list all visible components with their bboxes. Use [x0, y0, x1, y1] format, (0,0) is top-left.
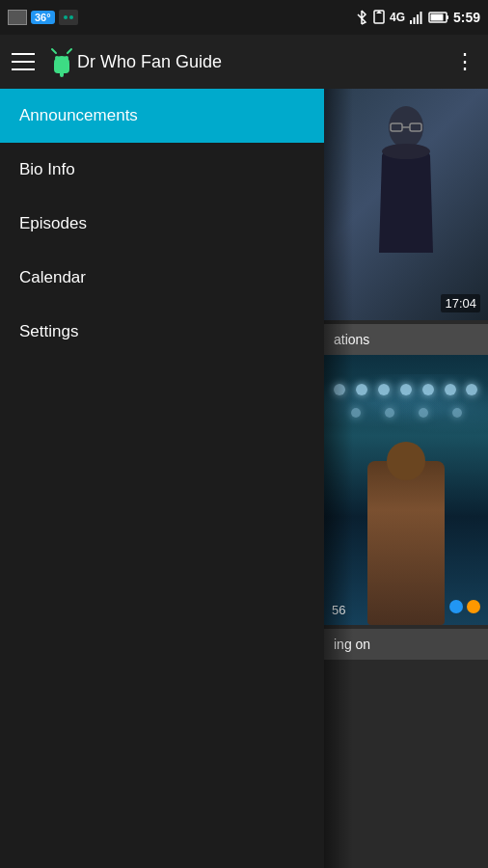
- status-right-icons: 4G 5:59: [355, 10, 480, 25]
- svg-point-2: [69, 15, 73, 19]
- android-logo: [46, 46, 77, 77]
- light-7: [466, 384, 477, 395]
- light-6: [445, 384, 456, 395]
- svg-rect-5: [413, 17, 415, 24]
- card-timestamp-1: 17:04: [441, 294, 480, 312]
- light-2: [356, 384, 367, 395]
- svg-rect-9: [447, 15, 448, 19]
- card-indicators: [449, 600, 480, 613]
- svg-point-19: [382, 144, 430, 159]
- status-time: 5:59: [453, 10, 480, 25]
- svg-rect-6: [417, 14, 419, 24]
- svg-rect-0: [59, 10, 78, 25]
- app-title: Dr Who Fan Guide: [77, 52, 454, 72]
- signal-icon: [409, 11, 424, 24]
- light-3: [378, 384, 390, 395]
- indicator-orange: [467, 600, 480, 613]
- svg-rect-4: [410, 20, 412, 24]
- light-s-4: [452, 408, 462, 418]
- temperature-badge: 36°: [31, 11, 55, 24]
- hamburger-button[interactable]: [12, 50, 35, 73]
- sim-icon: [372, 10, 386, 25]
- sidebar-item-bio-info[interactable]: Bio Info: [0, 143, 324, 197]
- toolbar: Dr Who Fan Guide ⋮: [0, 35, 488, 89]
- person-figure-2: [367, 461, 445, 625]
- network-badge: 4G: [390, 11, 405, 24]
- main-content: Announcements Bio Info Episodes Calendar…: [0, 89, 488, 868]
- bluetooth-icon: [355, 10, 368, 25]
- drawer-shadow: [324, 89, 353, 868]
- svg-rect-7: [420, 12, 421, 24]
- svg-point-1: [64, 15, 68, 19]
- hamburger-line-3: [12, 68, 35, 70]
- sidebar-item-episodes[interactable]: Episodes: [0, 197, 324, 251]
- svg-rect-10: [430, 14, 443, 21]
- person-head-2: [387, 442, 425, 480]
- sidebar-item-calendar[interactable]: Calendar: [0, 251, 324, 305]
- svg-line-13: [52, 49, 56, 53]
- light-s-2: [385, 408, 394, 418]
- hamburger-line-2: [12, 61, 35, 63]
- navigation-drawer: Announcements Bio Info Episodes Calendar…: [0, 89, 324, 868]
- light-s-3: [419, 408, 428, 418]
- battery-icon: [428, 11, 449, 24]
- sidebar-item-announcements[interactable]: Announcements: [0, 89, 324, 143]
- person-silhouette-1: [367, 98, 445, 311]
- hamburger-line-1: [12, 53, 35, 55]
- sidebar-item-settings[interactable]: Settings: [0, 305, 324, 359]
- app-icon-small: [59, 10, 78, 25]
- more-options-button[interactable]: ⋮: [454, 49, 476, 74]
- indicator-blue: [449, 600, 463, 613]
- photo-icon: [8, 10, 27, 25]
- status-left-icons: 36°: [8, 10, 78, 25]
- status-bar: 36° 4G 5:59: [0, 0, 488, 35]
- svg-line-14: [68, 49, 71, 53]
- light-4: [400, 384, 412, 395]
- light-5: [422, 384, 434, 395]
